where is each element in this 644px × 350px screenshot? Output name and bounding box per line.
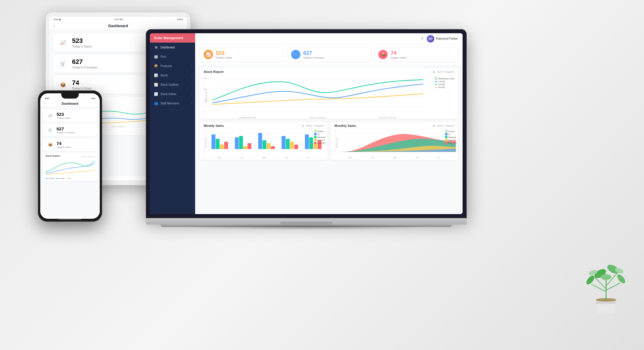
svg-rect-29 <box>290 142 294 149</box>
phone-chart-svg <box>46 158 94 176</box>
tablet-stock-value: 74 <box>72 79 92 87</box>
dashboard-icon: ⊞ <box>154 45 158 49</box>
phone-stock-icon: 📦 <box>46 141 54 149</box>
sidebar-item-staff[interactable]: 👥 Staff Members › <box>150 99 195 108</box>
sidebar-item-products[interactable]: 📦 Products › <box>150 61 195 71</box>
user-info: RP Raymond Parker <box>427 35 458 43</box>
monthly-chart-body: Quantity Sold 6543210 <box>330 129 459 157</box>
svg-rect-31 <box>305 134 309 149</box>
sidebar-label-staff: Staff Members <box>160 102 179 105</box>
phone-sort[interactable]: Sort ▾ <box>82 155 87 158</box>
phone-chart-title: Stock Report <box>46 155 60 157</box>
tablet-back-button[interactable]: ‹ <box>53 24 55 28</box>
purchase-label: Today's Purchase <box>303 56 324 59</box>
phone-sales-value: 523 <box>57 112 71 117</box>
sidebar-label-products: Products <box>160 64 172 68</box>
svg-rect-21 <box>243 146 247 149</box>
phone-stat-purchase: 🛒 627 Today's Purchase <box>43 124 97 136</box>
phone-sales-text: 523 Today's Sales <box>57 112 71 119</box>
export-button[interactable]: Export ▾ <box>446 71 454 73</box>
sidebar-label-stock: Stock <box>160 74 168 77</box>
sales-label: Today's Sales <box>216 56 232 59</box>
monthly-x-labels: MonTueWedThuFri <box>330 157 459 160</box>
sidebar-item-stock-inflow[interactable]: 📉 Stock Inflow › <box>150 89 195 99</box>
sidebar-header: Order Management <box>150 33 195 43</box>
monthly-chart-header: Monthly Sales › ⊞ Sort ▾ Export ▾ <box>330 122 459 129</box>
laptop-outer: Order Management ⊞ Dashboard 🏢 Firm 📦 Pr… <box>146 29 467 218</box>
monthly-export[interactable]: Export ▾ <box>446 125 454 127</box>
tablet-purchase-value: 627 <box>72 58 97 66</box>
weekly-chart-header: Weekly Sales › ⊞ Sort ▾ Export ▾ <box>200 122 328 129</box>
settings-icon[interactable]: ⚙ <box>421 37 424 41</box>
user-name: Raymond Parker <box>436 37 458 40</box>
phone-purchase-label: Today's Purchase <box>57 131 75 134</box>
weekly-chart-title: Weekly Sales <box>204 124 224 127</box>
tablet-battery: 100% <box>177 18 183 21</box>
monthly-sort[interactable]: Sort ▾ <box>437 125 443 127</box>
weekly-chart-controls: › ⊞ Sort ▾ Export ▾ <box>299 125 323 127</box>
purchase-icon: 🛒 <box>291 50 300 59</box>
outflow-arrow-icon: › <box>191 83 192 86</box>
sales-icon: 📈 <box>204 50 213 59</box>
svg-point-55 <box>616 273 626 284</box>
y-axis-values: 600 360 240 0 <box>204 77 207 113</box>
bottom-charts: Weekly Sales › ⊞ Sort ▾ Export ▾ <box>199 121 459 160</box>
monthly-y-values: 6543210 <box>335 130 336 152</box>
stock-inflow-icon: 📉 <box>154 92 158 96</box>
svg-point-54 <box>586 274 596 286</box>
tablet-sales-value: 523 <box>72 37 92 45</box>
phone-export[interactable]: Export ▾ <box>88 155 94 158</box>
weekly-sort[interactable]: Sort ▾ <box>306 125 312 127</box>
chart-nav-icon[interactable]: ⊞ <box>433 71 435 73</box>
phone-time: 9:41 <box>45 97 49 99</box>
monthly-nav[interactable]: › <box>430 125 430 127</box>
phone-back-button[interactable]: ‹ <box>44 102 46 106</box>
weekly-x-labels: MonTueWedThuFri <box>200 157 328 160</box>
sidebar-item-stock-outflow[interactable]: 📈 Stock Outflow › <box>150 80 195 89</box>
weekly-y-values: 6 5 4 3 2 1 0 <box>204 130 205 152</box>
phone-purchase-text: 627 Today's Purchase <box>57 126 75 134</box>
weekly-nav[interactable]: › <box>299 125 300 127</box>
phone-stock-label: Today's Stock <box>57 146 71 148</box>
svg-rect-16 <box>216 139 220 149</box>
weekly-export[interactable]: Export ▾ <box>315 125 323 127</box>
monthly-sales-card: Monthly Sales › ⊞ Sort ▾ Export ▾ <box>330 121 459 160</box>
stock-icon: 📊 <box>154 73 158 77</box>
phone-notch <box>61 93 79 99</box>
staff-icon: 👥 <box>154 101 158 105</box>
sidebar-item-stock[interactable]: 📊 Stock › <box>150 71 195 80</box>
svg-rect-18 <box>224 142 228 149</box>
svg-rect-24 <box>262 140 266 149</box>
user-avatar: RP <box>427 35 434 43</box>
sidebar-item-firm[interactable]: 🏢 Firm <box>150 52 195 61</box>
weekly-grid-icon[interactable]: ⊞ <box>302 125 304 127</box>
sidebar-item-dashboard[interactable]: ⊞ Dashboard <box>150 43 195 52</box>
phone-content: 📈 523 Today's Sales 🛒 627 Today's Purcha… <box>40 107 100 217</box>
phone-chart-header: Stock Report Sort ▾ Export ▾ <box>46 155 94 158</box>
monthly-legend: Product LG Samsung <box>445 130 456 144</box>
stock-report-svg <box>212 77 423 112</box>
monthly-grid-icon[interactable]: ⊞ <box>433 125 435 127</box>
sort-button[interactable]: Sort ▾ <box>437 71 443 73</box>
phone-chart-card: Stock Report Sort ▾ Export ▾ <box>43 153 97 181</box>
legend-la001: LA-001 <box>435 83 454 85</box>
stat-card-sales: 📈 523 Today's Sales <box>199 47 284 62</box>
svg-rect-27 <box>281 136 285 149</box>
weekly-sales-card: Weekly Sales › ⊞ Sort ▾ Export ▾ <box>199 121 328 160</box>
phone-outer: 9:41 ●●● ‹ Dashboard 📈 523 Today's Sal <box>38 90 102 222</box>
svg-line-50 <box>606 283 620 290</box>
weekly-chart-body: Quantity Sold 6 5 4 3 2 1 <box>200 129 328 157</box>
sidebar-label-firm: Firm <box>160 55 166 58</box>
monthly-y-label: Quantity Sold <box>336 137 338 148</box>
stock-arrow-icon: › <box>191 74 192 77</box>
sidebar: Order Management ⊞ Dashboard 🏢 Firm 📦 Pr… <box>150 33 195 214</box>
phone-stock-value: 74 <box>57 141 71 146</box>
phone-signal: ●●● <box>91 97 95 99</box>
sales-value: 523 <box>216 50 232 56</box>
phone-nav-bar: ‹ Dashboard <box>40 101 100 107</box>
tablet-stock-icon: 📦 <box>57 79 69 90</box>
tablet-purchase-label: Today's Purchase <box>72 66 97 69</box>
chart-nav-prev[interactable]: ‹ <box>430 71 430 73</box>
svg-rect-19 <box>235 137 239 149</box>
svg-rect-22 <box>248 143 251 149</box>
